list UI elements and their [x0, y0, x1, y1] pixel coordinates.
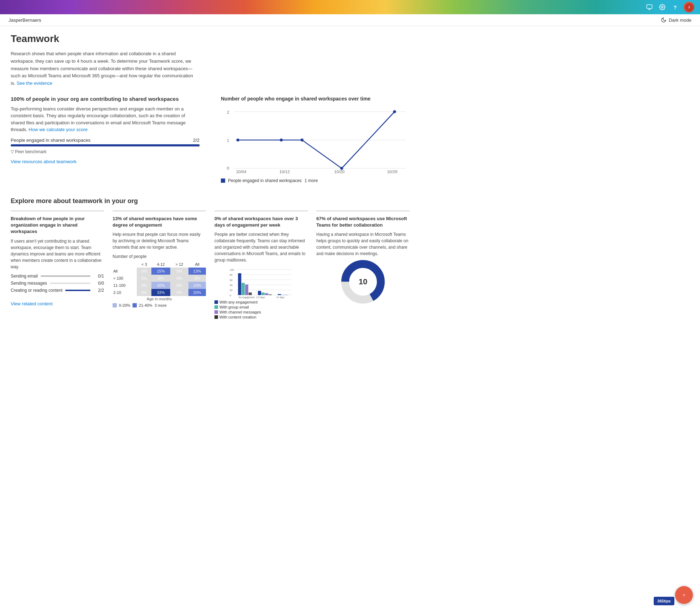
legend-label-channel: With channel messages [219, 310, 261, 314]
svg-text:100: 100 [230, 268, 234, 271]
svg-text:1: 1 [227, 138, 229, 143]
card-2-desc: Help ensure that people can focus more e… [113, 231, 206, 250]
stat-row-messages: Sending messages 0/0 [11, 281, 104, 286]
legend-color-dot [221, 178, 225, 183]
gear-icon[interactable] [658, 3, 667, 11]
svg-rect-37 [258, 291, 261, 295]
heatmap-label: Number of people [113, 254, 206, 259]
svg-rect-43 [285, 295, 288, 295]
legend-label-creation: With content creation [219, 315, 256, 319]
legend-color-channel [214, 310, 218, 314]
stat-label-email: Sending email [11, 274, 38, 279]
legend-more-label: 3 more [155, 303, 167, 307]
heatmap-cell: 0% [170, 268, 189, 275]
svg-text:10/29: 10/29 [387, 169, 397, 174]
user-avatar[interactable]: J [684, 2, 694, 12]
svg-text:40: 40 [230, 284, 233, 287]
heatmap-cell: 33% [151, 289, 170, 296]
svg-rect-40 [269, 295, 272, 295]
svg-text:2-3 days: 2-3 days [256, 296, 265, 299]
heatmap-row-label-100plus: > 100 [113, 275, 137, 282]
heatmap-row-11-100: 11-100 0% 10% 0% 10% [113, 282, 206, 289]
username-label: JasperBernaers [9, 17, 41, 23]
dark-mode-label: Dark mode [669, 17, 691, 23]
card-4-title: 67% of shared workspaces use Microsoft T… [316, 216, 410, 228]
svg-rect-35 [245, 285, 248, 295]
chart-title: Number of people who engage in shared wo… [221, 96, 410, 102]
progress-bar-fill [11, 144, 199, 146]
heatmap-cell: 0% [137, 275, 151, 282]
stat-value-content: 2/2 [93, 288, 104, 293]
legend-color-creation [214, 315, 218, 319]
heatmap-row-header-empty [113, 261, 137, 268]
legend-item-channel: With channel messages [214, 310, 308, 314]
svg-rect-38 [261, 292, 265, 295]
legend-label: People engaged in shared workspaces [228, 178, 302, 183]
help-icon[interactable]: ? [671, 3, 679, 11]
heatmap-cell: 0% [170, 282, 189, 289]
stat-label-content: Creating or reading content [11, 288, 62, 293]
stat-value-messages: 0/0 [93, 281, 104, 286]
heatmap-col-header-2: 4-12 [151, 261, 170, 268]
legend-item-email: With group email [214, 305, 308, 309]
svg-rect-33 [238, 273, 241, 295]
stat-value-email: 0/1 [93, 274, 104, 279]
explore-grid: Breakdown of how people in your organiza… [11, 211, 410, 320]
donut-container: 10 [316, 260, 410, 303]
svg-rect-42 [281, 295, 285, 295]
heatmap-cell: 13% [188, 268, 206, 275]
heatmap-cell: 0% [170, 275, 189, 282]
legend-light-label: 0-20% [119, 303, 130, 307]
header-bar: JasperBernaers Dark mode [0, 14, 700, 26]
svg-rect-41 [278, 294, 281, 295]
view-resources-link[interactable]: View resources about teamwork [11, 159, 77, 164]
engagement-chart: 2 1 0 10/04 10/12 10/20 10/29 [221, 104, 410, 176]
svg-text:10/04: 10/04 [236, 169, 247, 174]
heatmap-row-2-10: 2-10 0% 33% 0% 20% [113, 289, 206, 296]
heatmap-legend: 0-20% 21-40% 3 more [113, 303, 206, 307]
card-4-desc: Having a shared workspace in Microsoft T… [316, 231, 410, 257]
page-title: Teamwork [11, 33, 410, 45]
top-section: 100% of people in your org are contribut… [11, 96, 410, 183]
heatmap-table: < 3 4-12 > 12 All All 0% 15% 0% 13% [113, 261, 206, 296]
heatmap-cell: 0% [170, 289, 189, 296]
svg-text:4+ days: 4+ days [276, 296, 284, 299]
monitor-icon[interactable] [645, 3, 654, 11]
legend-medium-label: 21-40% [139, 303, 152, 307]
svg-text:2: 2 [227, 110, 229, 114]
heatmap-cell: 15% [151, 268, 170, 275]
calc-link[interactable]: How we calculate your score [29, 127, 88, 132]
heatmap-cell: 10% [188, 282, 206, 289]
bar-chart: 100 80 60 40 20 0 [214, 267, 308, 299]
heatmap-cell: 0% [151, 275, 170, 282]
svg-text:J: J [688, 5, 690, 9]
heatmap-cell: 0% [137, 289, 151, 296]
donut-value: 10 [359, 277, 367, 286]
heatmap-col-header-3: > 12 [170, 261, 189, 268]
left-panel: 100% of people in your org are contribut… [11, 96, 199, 183]
benchmark-marker: ▽ [197, 144, 200, 147]
moon-icon [661, 17, 667, 23]
svg-text:10/20: 10/20 [334, 169, 345, 174]
view-related-link[interactable]: View related content [11, 301, 53, 306]
legend-color-any [214, 300, 218, 304]
heatmap-row-label-2-10: 2-10 [113, 289, 137, 296]
heatmap-cell: 0% [137, 282, 151, 289]
explore-card-3: 0% of shared workspaces have over 3 days… [214, 211, 308, 320]
peer-benchmark: Peer benchmark [11, 149, 199, 154]
main-content: Teamwork Research shows that when people… [0, 26, 420, 327]
heatmap-col-header-1: < 3 [137, 261, 151, 268]
explore-card-4: 67% of shared workspaces use Microsoft T… [316, 211, 410, 320]
explore-title: Explore more about teamwork in your org [11, 197, 410, 205]
heatmap-row-all: All 0% 15% 0% 13% [113, 268, 206, 275]
svg-point-16 [236, 139, 239, 141]
progress-label-row: People engaged in shared workspaces 2/2 [11, 138, 199, 143]
svg-text:10/12: 10/12 [279, 169, 290, 174]
see-evidence-link[interactable]: See the evidence [17, 81, 52, 86]
dark-mode-button[interactable]: Dark mode [661, 17, 691, 23]
svg-text:0: 0 [230, 294, 231, 297]
top-navigation-bar: ? J [0, 0, 700, 14]
card-3-title: 0% of shared workspaces have over 3 days… [214, 216, 308, 228]
left-description: Top-performing teams consider diverse pe… [11, 105, 199, 133]
heatmap-row-100plus: > 100 0% 0% 0% 0% [113, 275, 206, 282]
